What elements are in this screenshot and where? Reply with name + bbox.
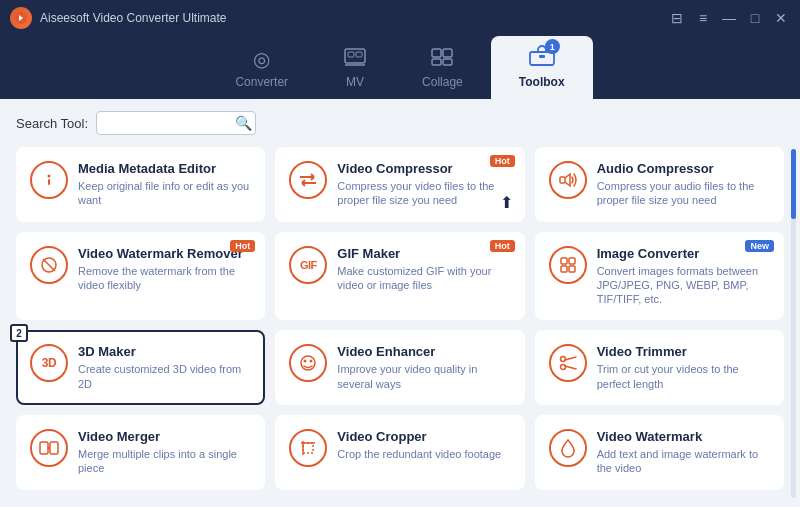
svg-rect-5 (432, 49, 441, 57)
annotation-badge: 2 (10, 324, 28, 342)
close-button[interactable]: ✕ (772, 10, 790, 26)
tool-icon-video-cropper (289, 429, 327, 467)
svg-point-27 (304, 360, 307, 363)
tool-info-gif-maker: GIF Maker Make customized GIF with your … (337, 246, 510, 293)
svg-point-11 (48, 175, 51, 178)
hot-badge: Hot (490, 155, 515, 167)
tool-grid: Media Metadata Editor Keep original file… (16, 147, 784, 490)
collage-icon (431, 48, 453, 71)
svg-point-30 (560, 365, 565, 370)
tool-card-gif-maker[interactable]: Hot GIF GIF Maker Make customized GIF wi… (275, 232, 524, 321)
tool-name-video-watermark: Video Watermark (597, 429, 770, 444)
app-logo (10, 7, 32, 29)
active-tab-badge: 1 (545, 39, 560, 54)
tool-card-audio-compressor[interactable]: Audio Compressor Compress your audio fil… (535, 147, 784, 222)
tool-name-audio-compressor: Audio Compressor (597, 161, 770, 176)
tool-card-video-cropper[interactable]: Video Cropper Crop the redundant video f… (275, 415, 524, 490)
chat-icon[interactable]: ⊟ (668, 10, 686, 26)
svg-line-31 (565, 357, 576, 360)
svg-rect-22 (561, 258, 567, 264)
tool-icon-video-watermark (549, 429, 587, 467)
tool-info-video-compressor: Video Compressor Compress your video fil… (337, 161, 510, 208)
tool-desc-3d-maker: Create customized 3D video from 2D (78, 362, 251, 391)
search-bar: Search Tool: 🔍 (16, 111, 784, 135)
main-content: Search Tool: 🔍 Media Metadata Editor Kee… (0, 99, 800, 507)
tool-icon-video-trimmer (549, 344, 587, 382)
tool-name-video-compressor: Video Compressor (337, 161, 510, 176)
tool-card-video-watermark-remover[interactable]: Hot Video Watermark Remover Remove the w… (16, 232, 265, 321)
tool-desc-video-cropper: Crop the redundant video footage (337, 447, 510, 461)
tool-icon-video-compressor (289, 161, 327, 199)
svg-point-29 (560, 357, 565, 362)
mv-icon (344, 48, 366, 71)
tool-desc-video-watermark: Add text and image watermark to the vide… (597, 447, 770, 476)
tool-icon-image-converter (549, 246, 587, 284)
converter-icon: ◎ (253, 47, 270, 71)
tool-icon-audio-compressor (549, 161, 587, 199)
tab-toolbox[interactable]: 1 1 Toolbox (491, 36, 593, 99)
tab-mv[interactable]: MV (316, 40, 394, 99)
upload-arrow: ⬆ (500, 193, 513, 212)
tool-desc-video-watermark-remover: Remove the watermark from the video flex… (78, 264, 251, 293)
tool-name-video-trimmer: Video Trimmer (597, 344, 770, 359)
tool-info-audio-compressor: Audio Compressor Compress your audio fil… (597, 161, 770, 208)
tool-name-3d-maker: 3D Maker (78, 344, 251, 359)
tool-card-video-watermark[interactable]: Video Watermark Add text and image water… (535, 415, 784, 490)
tool-desc-audio-compressor: Compress your audio files to the proper … (597, 179, 770, 208)
tool-name-media-metadata-editor: Media Metadata Editor (78, 161, 251, 176)
right-scrollbar[interactable] (791, 149, 796, 498)
menu-icon[interactable]: ≡ (694, 10, 712, 26)
tool-icon-3d-maker: 3D (30, 344, 68, 382)
search-label: Search Tool: (16, 116, 88, 131)
tool-desc-media-metadata-editor: Keep original file info or edit as you w… (78, 179, 251, 208)
tool-card-video-trimmer[interactable]: Video Trimmer Trim or cut your videos to… (535, 330, 784, 405)
tool-card-video-enhancer[interactable]: Video Enhancer Improve your video qualit… (275, 330, 524, 405)
toolbox-icon: 1 1 (529, 44, 555, 71)
tool-name-video-cropper: Video Cropper (337, 429, 510, 444)
tool-desc-video-trimmer: Trim or cut your videos to the perfect l… (597, 362, 770, 391)
tool-info-video-watermark: Video Watermark Add text and image water… (597, 429, 770, 476)
tool-icon-video-enhancer (289, 344, 327, 382)
search-input[interactable] (105, 116, 235, 130)
tab-collage[interactable]: Collage (394, 40, 491, 99)
svg-rect-10 (539, 55, 545, 58)
svg-rect-12 (48, 179, 50, 185)
minimize-button[interactable]: — (720, 10, 738, 26)
svg-rect-36 (303, 443, 313, 453)
search-icon: 🔍 (235, 115, 252, 131)
tool-name-video-merger: Video Merger (78, 429, 251, 444)
search-input-wrap[interactable]: 🔍 (96, 111, 256, 135)
svg-rect-34 (50, 442, 58, 454)
nav-bar: ◎ Converter MV Collage (0, 36, 800, 99)
scrollbar-thumb[interactable] (791, 149, 796, 219)
tool-card-image-converter[interactable]: New Image Converter Convert images forma… (535, 232, 784, 321)
tool-name-gif-maker: GIF Maker (337, 246, 510, 261)
tool-card-video-compressor[interactable]: Hot Video Compressor Compress your video… (275, 147, 524, 222)
tool-desc-video-merger: Merge multiple clips into a single piece (78, 447, 251, 476)
svg-rect-23 (569, 258, 575, 264)
maximize-button[interactable]: □ (746, 10, 764, 26)
tool-desc-video-compressor: Compress your video files to the proper … (337, 179, 510, 208)
tab-converter[interactable]: ◎ Converter (207, 39, 316, 99)
tool-info-video-enhancer: Video Enhancer Improve your video qualit… (337, 344, 510, 391)
tool-info-video-merger: Video Merger Merge multiple clips into a… (78, 429, 251, 476)
content-area: Search Tool: 🔍 Media Metadata Editor Kee… (0, 99, 800, 507)
tool-desc-gif-maker: Make customized GIF with your video or i… (337, 264, 510, 293)
tool-icon-gif-maker: GIF (289, 246, 327, 284)
tool-icon-media-metadata-editor (30, 161, 68, 199)
window-controls[interactable]: ⊟ ≡ — □ ✕ (668, 10, 790, 26)
svg-rect-25 (569, 266, 575, 272)
app-title: Aiseesoft Video Converter Ultimate (40, 11, 668, 25)
svg-rect-6 (443, 49, 452, 57)
svg-point-28 (310, 360, 313, 363)
tool-info-media-metadata-editor: Media Metadata Editor Keep original file… (78, 161, 251, 208)
svg-rect-3 (356, 52, 362, 57)
tool-info-3d-maker: 3D Maker Create customized 3D video from… (78, 344, 251, 391)
tool-card-3d-maker[interactable]: 2 3D 3D Maker Create customized 3D video… (16, 330, 265, 405)
tool-card-video-merger[interactable]: Video Merger Merge multiple clips into a… (16, 415, 265, 490)
svg-rect-7 (432, 59, 441, 65)
new-badge: New (745, 240, 774, 252)
tool-desc-image-converter: Convert images formats between JPG/JPEG,… (597, 264, 770, 307)
svg-line-21 (43, 259, 55, 271)
tool-card-media-metadata-editor[interactable]: Media Metadata Editor Keep original file… (16, 147, 265, 222)
